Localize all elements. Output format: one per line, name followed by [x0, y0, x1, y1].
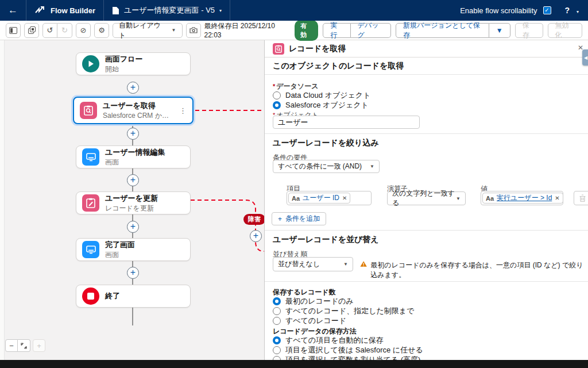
undo-button[interactable]: ↺	[42, 23, 57, 38]
radio-icon	[273, 101, 281, 109]
flow-canvas[interactable]: 障害 画面フロー 開始 ユーザーを取得 Salesforce CRM からレコ……	[0, 40, 264, 360]
back-button[interactable]: ←	[0, 0, 26, 21]
flow-node-end[interactable]: 終了	[76, 285, 191, 308]
node-subtitle: 開始	[105, 64, 143, 74]
plus-icon: +	[278, 215, 282, 223]
node-menu-button[interactable]: ⋮	[179, 106, 187, 115]
node-subtitle: Salesforce CRM からレコ…	[103, 111, 173, 121]
save-button[interactable]: 保存	[515, 23, 543, 38]
redo-button[interactable]: ↻	[57, 23, 72, 38]
debug-button[interactable]: デバッグ	[351, 23, 391, 38]
field-input[interactable]: Aa ユーザー ID ✕	[287, 191, 372, 205]
flow-builder-logo-icon	[34, 6, 46, 15]
add-fault-element-button[interactable]	[250, 230, 262, 242]
condition-requirements-select[interactable]: すべての条件に一致 (AND) ▼	[273, 160, 380, 173]
flow-settings-button[interactable]: ⚙	[94, 23, 109, 38]
chevron-down-icon: ▼	[343, 262, 348, 267]
radio-icon	[273, 307, 281, 315]
sort-warning: 最初のレコードのみを保存する場合は、一意の項目 (ID など) で絞り込みます。	[360, 260, 588, 280]
gear-icon: ⚙	[98, 26, 105, 34]
zoom-to-fit-button[interactable]	[18, 339, 30, 352]
flow-node-start[interactable]: 画面フロー 開始	[76, 52, 191, 75]
node-title: 完了画面	[105, 240, 135, 250]
help-icon: ?	[565, 6, 570, 15]
flow-node-edit-screen[interactable]: ユーザー情報編集 画面	[76, 145, 191, 168]
capture-button[interactable]	[186, 23, 201, 38]
undo-icon: ↺	[47, 26, 53, 34]
disable-icon: ⊘	[80, 26, 87, 34]
app-home[interactable]: Flow Builder	[26, 0, 103, 21]
radio-all-records[interactable]: すべてのレコード	[273, 316, 346, 326]
value-input[interactable]: Aa 実行ユーザー > Id ✕	[481, 191, 563, 205]
field-resource-value[interactable]: ユーザー ID	[303, 193, 339, 203]
run-button[interactable]: 実行	[323, 23, 350, 38]
deactivate-button[interactable]: 無効化	[548, 23, 582, 38]
panel-header: レコードを取得 ✕	[265, 40, 588, 57]
remove-icon[interactable]: ✕	[555, 195, 559, 201]
operator-select[interactable]: 次の文字列と一致する ▼	[387, 191, 466, 205]
sort-section-heading: ユーザーレコードを並び替え	[273, 235, 379, 245]
disable-elements-button[interactable]: ⊘	[76, 23, 91, 38]
record-lookup-icon	[80, 102, 97, 119]
scrollability-label: Enable flow scrollability	[460, 6, 537, 15]
radio-label: Data Cloud オブジェクト	[285, 90, 370, 101]
radio-icon	[273, 356, 281, 360]
help-button[interactable]: ? ▾	[565, 6, 579, 15]
scrollability-checkbox[interactable]: ✓	[543, 6, 551, 14]
sort-order-select[interactable]: 並び替えなし ▼	[273, 257, 353, 271]
radio-first-record-only[interactable]: 最初のレコードのみ	[273, 296, 354, 306]
value-resource-value[interactable]: 実行ユーザー > Id	[497, 193, 552, 203]
layout-select[interactable]: 自動レイアウト ▼	[113, 23, 183, 38]
copy-elements-button[interactable]	[24, 23, 39, 38]
panel-expander-tab[interactable]: ◀	[582, 49, 588, 66]
run-debug-group: 実行 デバッグ	[323, 23, 391, 38]
object-input[interactable]: ユーザー	[273, 116, 420, 129]
flow-node-done-screen[interactable]: 完了画面 画面	[76, 238, 191, 261]
add-element-button[interactable]	[127, 128, 139, 140]
flow-node-get-records[interactable]: ユーザーを取得 Salesforce CRM からレコ… ⋮	[73, 97, 194, 124]
radio-salesforce-object[interactable]: Salesforce オブジェクト	[273, 100, 369, 110]
record-lookup-properties-panel: レコードを取得 ✕ ◀ このオブジェクトのレコードを取得 *データソース Dat…	[264, 40, 588, 360]
text-resource-icon: Aa	[486, 195, 494, 202]
radio-label: すべての項目を自動的に保存	[285, 335, 384, 346]
save-as-menu-button[interactable]: ▼	[489, 23, 510, 38]
radio-label: 項目を選択して後は Salesforce に任せる	[285, 345, 423, 355]
radio-data-cloud-object[interactable]: Data Cloud オブジェクト	[273, 90, 370, 101]
value-resource-pill: Aa 実行ユーザー > Id ✕	[482, 193, 563, 204]
radio-icon	[273, 317, 281, 325]
radio-all-records-limit[interactable]: すべてのレコード、指定した制限まで	[273, 306, 414, 316]
chevron-down-icon[interactable]: ▾	[219, 8, 222, 13]
add-element-button[interactable]	[127, 82, 139, 94]
radio-auto-store-all-fields[interactable]: すべての項目を自動的に保存	[273, 335, 384, 346]
add-element-button[interactable]	[127, 174, 139, 186]
flow-toolbar: ↺ ↻ ⊘ ⚙ 自動レイアウト ▼ 最終保存日 2025/12/10 22:03…	[0, 21, 588, 40]
delete-condition-button[interactable]	[574, 191, 588, 205]
radio-label: 項目を選択して変数を割り当てる (高度)	[285, 355, 420, 360]
select-value: 並び替えなし	[278, 259, 320, 269]
zoom-out-button[interactable]: −	[5, 339, 18, 352]
node-title: ユーザーを更新	[105, 193, 158, 204]
warning-icon	[360, 260, 367, 267]
zoom-in-button[interactable]: +	[33, 339, 45, 352]
panel-subtitle: このオブジェクトのレコードを取得	[265, 57, 588, 75]
layout-select-value: 自動レイアウト	[119, 21, 166, 40]
redo-icon: ↻	[61, 26, 68, 34]
node-title: ユーザーを取得	[103, 101, 173, 111]
save-as-new-version-button[interactable]: 新規バージョンとして保存	[396, 23, 489, 38]
panel-title: レコードを取得	[289, 44, 346, 54]
radio-choose-fields-salesforce[interactable]: 項目を選択して後は Salesforce に任せる	[273, 345, 423, 355]
trash-icon	[579, 194, 586, 202]
chevron-left-icon: ◀	[584, 55, 587, 60]
flow-node-update-records[interactable]: ユーザーを更新 レコードを更新	[76, 191, 191, 214]
toggle-toolbox-button[interactable]	[6, 23, 21, 38]
radio-choose-fields-variables[interactable]: 項目を選択して変数を割り当てる (高度)	[273, 355, 420, 360]
add-element-button[interactable]	[127, 267, 139, 279]
bottom-bar	[0, 360, 588, 368]
filter-section-heading: ユーザーレコードを絞り込み	[273, 138, 379, 148]
chevron-down-icon: ▼	[172, 28, 176, 33]
add-element-button[interactable]	[127, 221, 139, 233]
save-as-group: 新規バージョンとして保存 ▼	[396, 23, 510, 38]
flow-tab[interactable]: ユーザー情報変更画面 - V5 ▾	[104, 0, 230, 21]
remove-icon[interactable]: ✕	[342, 195, 347, 201]
add-condition-button[interactable]: + 条件を追加	[272, 212, 326, 225]
